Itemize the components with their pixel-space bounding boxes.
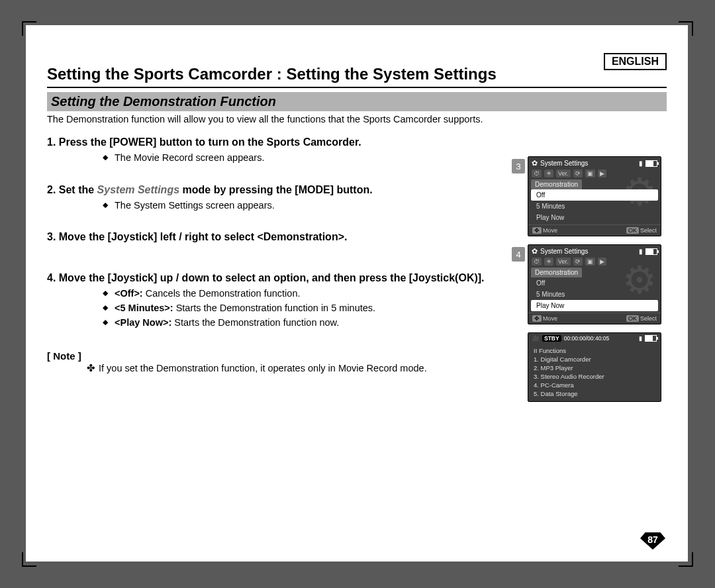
card-icon: ▮ — [639, 160, 643, 167]
lcd-option: Play Now — [531, 212, 658, 223]
list-item: If you set the Demonstration function, i… — [87, 363, 497, 373]
lcd-heading: II Functions — [528, 346, 661, 355]
list-item: The System Settings screen appears. — [103, 199, 497, 213]
list-item: <5 Minutes>: Starts the Demonstration fu… — [103, 301, 497, 316]
card-icon: ▮ — [639, 248, 643, 255]
screenshot-number: 4 — [512, 247, 525, 262]
step-2: 2. Set the System Settings mode by press… — [47, 184, 497, 196]
list-item: 3. Stereo Audio Recorder — [528, 372, 661, 381]
note-list: If you set the Demonstration function, i… — [60, 363, 497, 373]
list-item: The Movie Record screen appears. — [103, 151, 497, 166]
lcd-option-selected: Off — [531, 189, 658, 201]
step-1: 1. Press the [POWER] button to turn on t… — [47, 136, 497, 148]
list-item: 5. Data Storage — [528, 389, 661, 401]
step-2-sub: The System Settings screen appears. — [76, 199, 497, 213]
page-number: 87 — [640, 532, 665, 550]
lcd-title: System Settings — [540, 160, 588, 167]
screenshot-functions: 🎥STBY00:00:00/00:40:05▮ II Functions 1. … — [528, 332, 667, 402]
step-4-sub: <Off>: Cancels the Demonstration functio… — [76, 287, 497, 330]
divider — [47, 87, 667, 88]
lcd-option: Off — [531, 277, 658, 289]
list-item: 1. Digital Camcorder — [528, 355, 661, 364]
screenshot-4: 4 ⚙ ✿System Settings▮ ⏱☀Ver.⟳▣▶ Demonstr… — [528, 244, 667, 324]
icon-row: ⏱☀Ver.⟳▣▶ — [528, 170, 661, 179]
battery-icon — [645, 160, 657, 167]
lcd-option: 5 Minutes — [531, 289, 658, 300]
battery-icon — [645, 335, 657, 342]
lcd-tab: Demonstration — [531, 179, 582, 189]
icon-row: ⏱☀Ver.⟳▣▶ — [528, 258, 661, 268]
lcd-option-selected: Play Now — [531, 300, 658, 311]
lcd-tab: Demonstration — [531, 268, 582, 277]
list-item: <Off>: Cancels the Demonstration functio… — [103, 287, 497, 301]
list-item: 4. PC-Camera — [528, 381, 661, 389]
lcd-footer: ✥Move OKSelect — [528, 313, 661, 324]
lcd-footer: ✥Move OKSelect — [528, 224, 661, 236]
gear-icon: ✿ — [532, 247, 538, 256]
step-3: 3. Move the [Joystick] left / right to s… — [47, 231, 497, 243]
gear-icon: ✿ — [532, 159, 538, 168]
stby-badge: STBY — [542, 335, 561, 342]
timecode: 00:00:00/00:40:05 — [564, 335, 610, 342]
intro-text: The Demonstration function will allow yo… — [47, 114, 667, 124]
screenshot-number: 3 — [512, 159, 525, 173]
lcd-option: 5 Minutes — [531, 201, 658, 212]
list-item: <Play Now>: Starts the Demonstration fun… — [103, 316, 497, 330]
screenshot-3: 3 ⚙ ✿System Settings▮ ⏱☀Ver.⟳▣▶ Demonstr… — [528, 156, 667, 236]
lcd-title: System Settings — [540, 248, 588, 255]
list-item: 2. MP3 Player — [528, 364, 661, 372]
step-1-sub: The Movie Record screen appears. — [76, 151, 497, 166]
section-subtitle: Setting the Demonstration Function — [47, 92, 667, 111]
card-icon: ▮ — [639, 335, 642, 342]
step-4: 4. Move the [Joystick] up / down to sele… — [47, 272, 497, 284]
language-badge: ENGLISH — [604, 53, 667, 70]
battery-icon — [645, 248, 657, 255]
page-title: Setting the Sports Camcorder : Setting t… — [47, 65, 667, 84]
note-heading: [ Note ] — [47, 350, 497, 362]
camera-icon: 🎥 — [532, 335, 540, 342]
